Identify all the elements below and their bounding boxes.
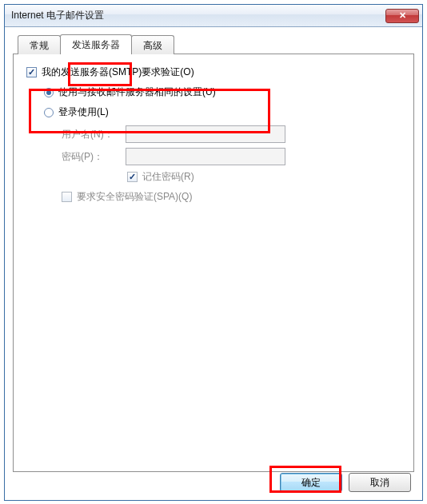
username-label: 用户名(N)： — [62, 128, 126, 141]
spa-row: 要求安全密码验证(SPA)(Q) — [62, 190, 401, 204]
email-settings-window: Internet 电子邮件设置 ✕ 常规 发送服务器 高级 我的发送服务器(SM… — [4, 4, 423, 501]
remember-password-row: 记住密码(R) — [127, 170, 401, 184]
window-body: 常规 发送服务器 高级 我的发送服务器(SMTP)要求验证(O) 使用与接收邮件… — [5, 27, 422, 500]
radio-login-row: 登录使用(L) — [44, 105, 401, 119]
remember-password-label: 记住密码(R) — [142, 170, 194, 184]
password-row: 密码(P)： — [62, 148, 401, 165]
window-title: Internet 电子邮件设置 — [11, 9, 385, 22]
ok-button-label: 确定 — [301, 476, 321, 490]
spa-checkbox[interactable] — [62, 192, 72, 202]
smtp-auth-label: 我的发送服务器(SMTP)要求验证(O) — [42, 65, 194, 79]
tab-advanced[interactable]: 高级 — [131, 35, 174, 54]
close-icon: ✕ — [399, 10, 406, 21]
password-label: 密码(P)： — [62, 150, 126, 164]
cancel-button[interactable]: 取消 — [349, 473, 411, 492]
password-input[interactable] — [126, 148, 285, 165]
dialog-buttons: 确定 取消 — [280, 473, 411, 492]
ok-button[interactable]: 确定 — [280, 473, 342, 492]
tab-general[interactable]: 常规 — [18, 35, 61, 54]
close-button[interactable]: ✕ — [385, 9, 419, 23]
spa-label: 要求安全密码验证(SPA)(Q) — [77, 190, 192, 204]
radio-login-with[interactable] — [44, 108, 54, 117]
remember-password-checkbox[interactable] — [127, 172, 138, 182]
radio-same-settings-row: 使用与接收邮件服务器相同的设置(U) — [44, 85, 401, 99]
tab-label: 高级 — [143, 40, 162, 51]
titlebar: Internet 电子邮件设置 ✕ — [5, 5, 422, 27]
radio-same-settings[interactable] — [44, 88, 54, 97]
username-row: 用户名(N)： — [62, 125, 401, 143]
radio-login-with-label: 登录使用(L) — [58, 105, 109, 119]
smtp-auth-row: 我的发送服务器(SMTP)要求验证(O) — [26, 65, 401, 79]
smtp-auth-checkbox[interactable] — [26, 67, 37, 77]
tabs-row: 常规 发送服务器 高级 — [13, 35, 414, 54]
tab-outgoing-server[interactable]: 发送服务器 — [60, 34, 132, 54]
radio-same-settings-label: 使用与接收邮件服务器相同的设置(U) — [58, 85, 216, 99]
tab-panel: 我的发送服务器(SMTP)要求验证(O) 使用与接收邮件服务器相同的设置(U) … — [13, 54, 414, 472]
username-input[interactable] — [126, 125, 285, 143]
tab-label: 常规 — [30, 40, 49, 51]
cancel-button-label: 取消 — [370, 476, 389, 490]
tab-label: 发送服务器 — [72, 39, 120, 50]
